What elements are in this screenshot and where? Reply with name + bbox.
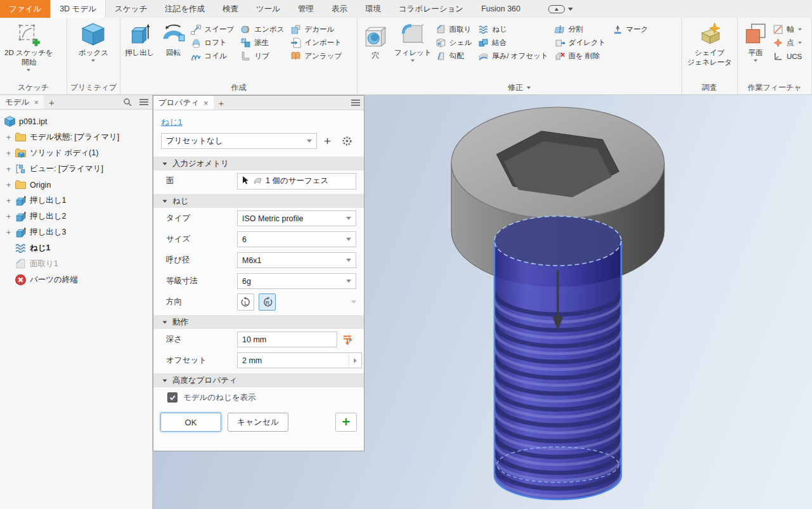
derive-icon (240, 37, 251, 48)
inventor-window: ファイル 3D モデル スケッチ 注記を作成 検査 ツール 管理 表示 環境 コ… (0, 0, 812, 509)
expand-icon[interactable]: + (4, 134, 13, 141)
add-tab-icon[interactable]: + (44, 97, 60, 108)
ok-button[interactable]: OK (160, 413, 221, 432)
expand-icon[interactable]: + (4, 213, 13, 221)
close-icon[interactable]: × (34, 98, 39, 107)
tree-item-part[interactable]: p091.ipt (0, 113, 152, 129)
unwrap-button[interactable]: アンラップ (288, 49, 346, 63)
section-behavior[interactable]: 動作 (153, 315, 364, 329)
section-input-geometry[interactable]: 入力ジオメトリ (153, 157, 364, 171)
tab-annotate[interactable]: 注記を作成 (156, 0, 214, 18)
offset-input[interactable] (238, 353, 349, 368)
flyout-arrow-icon[interactable] (349, 353, 361, 368)
expand-icon[interactable]: + (4, 181, 13, 189)
loft-button[interactable]: ロフト (189, 36, 239, 49)
expand-icon[interactable]: + (4, 229, 13, 236)
cancel-button[interactable]: キャンセル (228, 413, 288, 432)
section-thread[interactable]: ねじ (153, 194, 364, 208)
browser-header: モデル × + (0, 95, 152, 110)
coil-button[interactable]: コイル (189, 49, 239, 63)
tree-item-chamfer1[interactable]: 面取り1 (0, 256, 152, 272)
decal-button[interactable]: デカール (288, 23, 346, 36)
thread-class-dropdown[interactable]: 6g (237, 273, 356, 289)
tab-file[interactable]: ファイル (0, 0, 50, 18)
add-tab-icon[interactable]: + (214, 98, 229, 108)
tab-view[interactable]: 表示 (323, 0, 356, 18)
group-label-explore: 調査 (682, 81, 737, 94)
sketch-2d-icon (15, 21, 42, 48)
section-advanced[interactable]: 高度なプロパティ (153, 373, 364, 387)
tree-item-solid-bodies[interactable]: + ソリッド ボディ(1) (0, 145, 152, 161)
thread-type-dropdown[interactable]: ISO Metric profile (237, 210, 356, 226)
direction-right-button[interactable]: R (259, 293, 276, 311)
tree-item-model-states[interactable]: + モデル状態: [プライマリ] (0, 129, 152, 145)
apply-plus-button[interactable]: + (335, 413, 357, 432)
expand-icon[interactable]: + (4, 197, 13, 205)
face-selection-field[interactable]: 1 個のサーフェス (237, 173, 356, 190)
tab-3d-model[interactable]: 3D モデル (50, 0, 106, 18)
draft-button[interactable]: 勾配 (434, 49, 476, 63)
thicken-offset-button[interactable]: 厚み/ オフセット (476, 49, 553, 63)
create-small-col-2: エンボス 派生 リブ (238, 20, 288, 63)
group-label-modify[interactable]: 修正 (358, 81, 681, 94)
preset-dropdown[interactable]: プリセットなし (161, 133, 317, 149)
rib-button[interactable]: リブ (238, 49, 288, 63)
ribbon-collapse-button[interactable] (543, 0, 578, 18)
depth-mode-icon[interactable] (337, 333, 358, 346)
feature-name-link[interactable]: ねじ1 (161, 117, 183, 127)
thread-button[interactable]: ねじ (476, 23, 553, 36)
revolve-button[interactable]: 回転 (158, 20, 189, 58)
thread-designation-dropdown[interactable]: M6x1 (237, 252, 356, 268)
tree-item-thread1[interactable]: ねじ1 (0, 240, 152, 256)
thread-size-dropdown[interactable]: 6 (237, 231, 356, 247)
tab-sketch[interactable]: スケッチ (106, 0, 156, 18)
expand-icon[interactable]: + (4, 150, 13, 157)
derive-button[interactable]: 派生 (238, 36, 288, 49)
tab-collaborate[interactable]: コラボレーション (390, 0, 472, 18)
depth-input[interactable] (238, 332, 349, 347)
expand-icon[interactable]: + (4, 165, 13, 173)
properties-tab[interactable]: プロパティ × (153, 96, 214, 110)
import-button[interactable]: インポート (288, 36, 346, 49)
search-icon[interactable] (119, 98, 136, 106)
tab-inspect[interactable]: 検査 (214, 0, 247, 18)
direct-edit-button[interactable]: ダイレクト (553, 36, 610, 49)
add-preset-button[interactable]: + (323, 135, 332, 147)
tree-item-origin[interactable]: + Origin (0, 177, 152, 193)
plane-button[interactable]: 平面 (740, 20, 771, 62)
ribbon-group-sketch: 2D スケッチを開始 スケッチ (0, 18, 67, 94)
tree-item-view[interactable]: + ビュー: [プライマリ] (0, 161, 152, 177)
tab-environments[interactable]: 環境 (356, 0, 390, 18)
tree-item-end-of-part[interactable]: パーツの終端 (0, 272, 152, 288)
emboss-button[interactable]: エンボス (238, 23, 288, 36)
tab-manage[interactable]: 管理 (289, 0, 323, 18)
mark-button[interactable]: マーク (610, 23, 653, 36)
gear-icon[interactable] (338, 136, 356, 146)
tree-item-extrusion1[interactable]: + 押し出し1 (0, 193, 152, 209)
direction-left-button[interactable]: L (237, 293, 254, 311)
tree-item-extrusion3[interactable]: + 押し出し3 (0, 224, 152, 240)
box-primitive-button[interactable]: ボックス (77, 20, 110, 62)
menu-icon[interactable] (347, 99, 364, 106)
tab-fusion360[interactable]: Fusion 360 (472, 0, 529, 18)
axis-button[interactable]: 軸 (771, 23, 807, 36)
hole-button[interactable]: 穴 (360, 22, 390, 60)
point-button[interactable]: 点 (771, 36, 807, 49)
combine-button[interactable]: 結合 (476, 36, 553, 49)
sweep-button[interactable]: スイープ (189, 23, 239, 36)
shell-button[interactable]: シェル (434, 36, 476, 49)
chamfer-button[interactable]: 面取り (434, 23, 476, 36)
browser-tab-model[interactable]: モデル × (0, 95, 44, 109)
ucs-button[interactable]: UCS (771, 49, 807, 63)
split-button[interactable]: 分割 (553, 23, 610, 36)
fillet-button[interactable]: フィレット (392, 20, 434, 62)
close-icon[interactable]: × (203, 98, 209, 108)
delete-face-button[interactable]: 面を 削除 (553, 49, 610, 63)
tab-tools[interactable]: ツール (247, 0, 289, 18)
show-model-thread-checkbox[interactable] (167, 392, 177, 403)
extrude-button[interactable]: 押し出し (123, 20, 157, 58)
start-2d-sketch-button[interactable]: 2D スケッチを開始 (3, 20, 55, 72)
shape-generator-button[interactable]: シェイプジェネレータ (685, 20, 733, 67)
menu-icon[interactable] (136, 98, 152, 106)
tree-item-extrusion2[interactable]: + 押し出し2 (0, 209, 152, 224)
